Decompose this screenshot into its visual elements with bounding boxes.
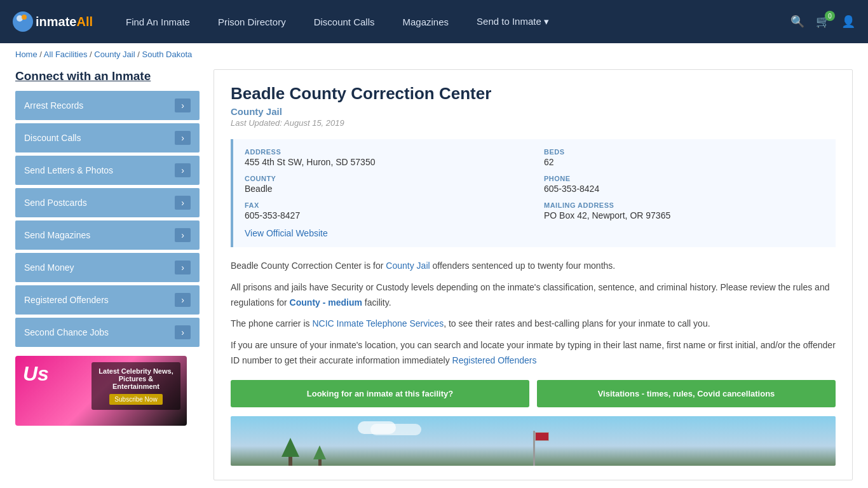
- sidebar-arrow: ›: [175, 131, 191, 145]
- photo-strip: [231, 416, 836, 466]
- official-website-link[interactable]: View Official Website: [245, 228, 824, 238]
- description-3: The phone carrier is NCIC Inmate Telepho…: [231, 316, 836, 332]
- breadcrumb-south-dakota[interactable]: South Dakota: [142, 50, 192, 59]
- logo-icon: [13, 11, 33, 32]
- navbar: inmateAll Find An Inmate Prison Director…: [0, 0, 868, 43]
- description-2: All prisons and jails have Security or C…: [231, 280, 836, 311]
- mailing-value: PO Box 42, Newport, OR 97365: [544, 210, 824, 220]
- nav-find-inmate[interactable]: Find An Inmate: [112, 0, 204, 43]
- sidebar-label: Second Chance Jobs: [24, 327, 109, 337]
- phone-value: 605-353-8424: [544, 184, 824, 194]
- county-value: Beadle: [245, 184, 525, 194]
- tree-left: [281, 438, 299, 466]
- nav-prison-directory[interactable]: Prison Directory: [204, 0, 300, 43]
- sidebar-item-second-chance-jobs[interactable]: Second Chance Jobs ›: [15, 318, 200, 347]
- info-beds: BEDS 62: [544, 148, 824, 167]
- find-inmate-btn[interactable]: Looking for an inmate at this facility?: [231, 380, 529, 407]
- sidebar-arrow: ›: [175, 196, 191, 210]
- info-county: COUNTY Beadle: [245, 175, 525, 194]
- sidebar-arrow: ›: [175, 293, 191, 307]
- desc3-link[interactable]: NCIC Inmate Telephone Services: [312, 318, 444, 329]
- desc1-link[interactable]: County Jail: [386, 261, 430, 271]
- facility-type: County Jail: [231, 106, 836, 117]
- flag: [535, 432, 549, 441]
- ad-logo: Us: [23, 362, 49, 386]
- desc3-text: The phone carrier is: [231, 318, 312, 329]
- nav-send-to-inmate[interactable]: Send to Inmate ▾: [463, 0, 563, 43]
- fax-label: FAX: [245, 201, 525, 209]
- content-area: Beadle County Correction Center County J…: [214, 69, 853, 480]
- sidebar-label: Send Letters & Photos: [24, 165, 113, 175]
- tree-right: [313, 445, 326, 466]
- nav-magazines[interactable]: Magazines: [389, 0, 463, 43]
- desc4-link[interactable]: Registered Offenders: [452, 355, 537, 365]
- desc2-link[interactable]: County - medium: [290, 297, 362, 308]
- description-4: If you are unsure of your inmate's locat…: [231, 338, 836, 369]
- beds-label: BEDS: [544, 148, 824, 156]
- sidebar-label: Registered Offenders: [24, 295, 109, 305]
- facility-name: Beadle County Correction Center: [231, 84, 836, 104]
- sidebar-label: Discount Calls: [24, 133, 81, 143]
- sidebar: Connect with an Inmate Arrest Records › …: [15, 69, 200, 480]
- ad-content: Latest Celebrity News, Pictures & Entert…: [92, 362, 180, 410]
- main-container: Connect with an Inmate Arrest Records › …: [0, 65, 868, 488]
- sidebar-arrow: ›: [175, 228, 191, 242]
- breadcrumb-county-jail[interactable]: County Jail: [94, 50, 135, 59]
- sidebar-ad: Us Latest Celebrity News, Pictures & Ent…: [15, 356, 187, 426]
- mailing-label: MAILING ADDRESS: [544, 201, 824, 209]
- nav-discount-calls[interactable]: Discount Calls: [300, 0, 389, 43]
- desc3-end: , to see their rates and best-calling pl…: [444, 318, 710, 329]
- nav-right-icons: 🔍 🛒 0 👤: [790, 15, 855, 29]
- sidebar-item-send-letters[interactable]: Send Letters & Photos ›: [15, 156, 200, 185]
- info-grid: ADDRESS 455 4th St SW, Huron, SD 57350 B…: [245, 148, 824, 220]
- sidebar-label: Arrest Records: [24, 100, 83, 111]
- sidebar-arrow: ›: [175, 163, 191, 177]
- ad-title: Latest Celebrity News, Pictures & Entert…: [98, 367, 174, 390]
- sidebar-label: Send Postcards: [24, 198, 87, 208]
- desc2-end: facility.: [362, 297, 391, 308]
- facility-updated: Last Updated: August 15, 2019: [231, 118, 836, 128]
- search-icon[interactable]: 🔍: [790, 15, 804, 29]
- info-phone: PHONE 605-353-8424: [544, 175, 824, 194]
- action-buttons: Looking for an inmate at this facility? …: [231, 380, 836, 407]
- sidebar-item-send-postcards[interactable]: Send Postcards ›: [15, 188, 200, 217]
- breadcrumb-all-facilities[interactable]: All Facilities: [44, 50, 88, 59]
- cart-icon[interactable]: 🛒 0: [816, 15, 830, 29]
- flag-pole: [533, 431, 535, 466]
- breadcrumb: Home / All Facilities / County Jail / So…: [0, 43, 868, 65]
- sidebar-arrow: ›: [175, 325, 191, 339]
- sidebar-item-send-money[interactable]: Send Money ›: [15, 253, 200, 282]
- sidebar-item-discount-calls[interactable]: Discount Calls ›: [15, 123, 200, 152]
- ad-subscribe-btn[interactable]: Subscribe Now: [109, 394, 162, 405]
- logo-label: inmateAll: [36, 15, 93, 29]
- sidebar-title: Connect with an Inmate: [15, 69, 200, 83]
- info-mailing: MAILING ADDRESS PO Box 42, Newport, OR 9…: [544, 201, 824, 220]
- county-label: COUNTY: [245, 175, 525, 182]
- phone-label: PHONE: [544, 175, 824, 182]
- user-icon[interactable]: 👤: [841, 15, 855, 29]
- info-fax: FAX 605-353-8427: [245, 201, 525, 220]
- sidebar-item-registered-offenders[interactable]: Registered Offenders ›: [15, 285, 200, 315]
- sidebar-label: Send Money: [24, 262, 74, 273]
- address-value: 455 4th St SW, Huron, SD 57350: [245, 157, 525, 167]
- sidebar-item-send-magazines[interactable]: Send Magazines ›: [15, 220, 200, 250]
- visitation-btn[interactable]: Visitations - times, rules, Covid cancel…: [537, 380, 836, 407]
- cart-badge: 0: [825, 11, 835, 21]
- logo[interactable]: inmateAll: [13, 11, 93, 32]
- desc1-end: offenders sentenced up to twenty four mo…: [430, 261, 616, 271]
- beds-value: 62: [544, 157, 824, 167]
- sidebar-label: Send Magazines: [24, 230, 90, 240]
- desc1-text: Beadle County Correction Center is for: [231, 261, 386, 271]
- sidebar-arrow: ›: [175, 261, 191, 274]
- info-address: ADDRESS 455 4th St SW, Huron, SD 57350: [245, 148, 525, 167]
- address-label: ADDRESS: [245, 148, 525, 156]
- sidebar-arrow: ›: [175, 98, 191, 112]
- sidebar-item-arrest-records[interactable]: Arrest Records ›: [15, 91, 200, 120]
- fax-value: 605-353-8427: [245, 210, 525, 220]
- description-1: Beadle County Correction Center is for C…: [231, 259, 836, 274]
- info-box: ADDRESS 455 4th St SW, Huron, SD 57350 B…: [231, 139, 836, 247]
- cloud-2: [370, 424, 421, 435]
- nav-links: Find An Inmate Prison Directory Discount…: [112, 0, 563, 43]
- breadcrumb-home[interactable]: Home: [15, 50, 37, 59]
